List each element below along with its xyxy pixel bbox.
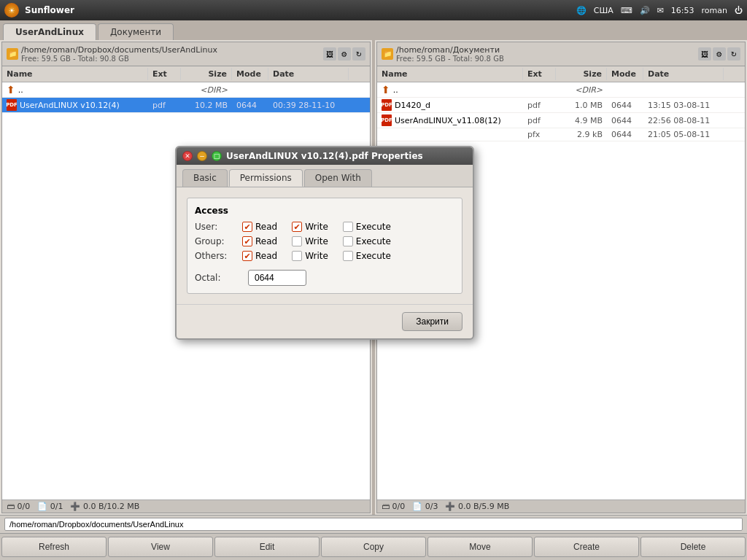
modal-tabs: Basic Permissions Open With [177, 165, 473, 187]
modal-titlebar: ✕ − □ UserAndLINUX v10.12(4).pdf Propert… [177, 147, 473, 165]
group-check-group: ✔ Read ✔ Write ✔ Execute [242, 236, 391, 246]
access-row-others: Others: ✔ Read ✔ Write ✔ Execute [195, 251, 454, 261]
group-execute-check[interactable]: ✔ Execute [343, 236, 391, 246]
properties-dialog: ✕ − □ UserAndLINUX v10.12(4).pdf Propert… [175, 146, 474, 340]
user-check-group: ✔ Read ✔ Write ✔ Execute [242, 222, 391, 232]
octal-row: Octal: [195, 270, 454, 286]
group-read-checkbox[interactable]: ✔ [242, 236, 252, 246]
access-label-group: Group: [195, 236, 242, 246]
modal-tab-openwith[interactable]: Open With [304, 169, 372, 187]
others-write-check[interactable]: ✔ Write [292, 251, 328, 261]
access-label-others: Others: [195, 251, 242, 261]
access-title: Access [195, 206, 454, 216]
modal-footer: Закрити [177, 304, 473, 338]
group-execute-checkbox[interactable]: ✔ [343, 236, 353, 246]
others-check-group: ✔ Read ✔ Write ✔ Execute [242, 251, 391, 261]
group-read-check[interactable]: ✔ Read [242, 236, 277, 246]
access-row-group: Group: ✔ Read ✔ Write ✔ Execute [195, 236, 454, 246]
modal-title: UserAndLINUX v10.12(4).pdf Properties [226, 151, 467, 161]
user-execute-checkbox[interactable]: ✔ [343, 222, 353, 232]
modal-tab-permissions[interactable]: Permissions [229, 169, 303, 187]
modal-close-button[interactable]: Закрити [402, 312, 462, 331]
modal-close-btn[interactable]: ✕ [182, 151, 193, 161]
octal-label: Octal: [195, 273, 242, 283]
group-write-checkbox[interactable]: ✔ [292, 236, 302, 246]
others-execute-check[interactable]: ✔ Execute [343, 251, 391, 261]
user-write-check[interactable]: ✔ Write [292, 222, 328, 232]
user-read-checkbox[interactable]: ✔ [242, 222, 252, 232]
user-read-check[interactable]: ✔ Read [242, 222, 277, 232]
others-read-check[interactable]: ✔ Read [242, 251, 277, 261]
modal-overlay: ✕ − □ UserAndLINUX v10.12(4).pdf Propert… [0, 0, 747, 560]
modal-tab-basic[interactable]: Basic [182, 169, 228, 187]
modal-min-btn[interactable]: − [197, 151, 207, 161]
user-write-checkbox[interactable]: ✔ [292, 222, 302, 232]
access-label-user: User: [195, 222, 242, 232]
user-execute-check[interactable]: ✔ Execute [343, 222, 391, 232]
modal-body: Access User: ✔ Read ✔ Write [177, 187, 473, 304]
others-execute-checkbox[interactable]: ✔ [343, 251, 353, 261]
octal-input[interactable] [248, 270, 306, 286]
access-group: Access User: ✔ Read ✔ Write [187, 198, 462, 294]
group-write-check[interactable]: ✔ Write [292, 236, 328, 246]
others-write-checkbox[interactable]: ✔ [292, 251, 302, 261]
modal-max-btn[interactable]: □ [212, 151, 222, 161]
others-read-checkbox[interactable]: ✔ [242, 251, 252, 261]
access-row-user: User: ✔ Read ✔ Write ✔ Execute [195, 222, 454, 232]
